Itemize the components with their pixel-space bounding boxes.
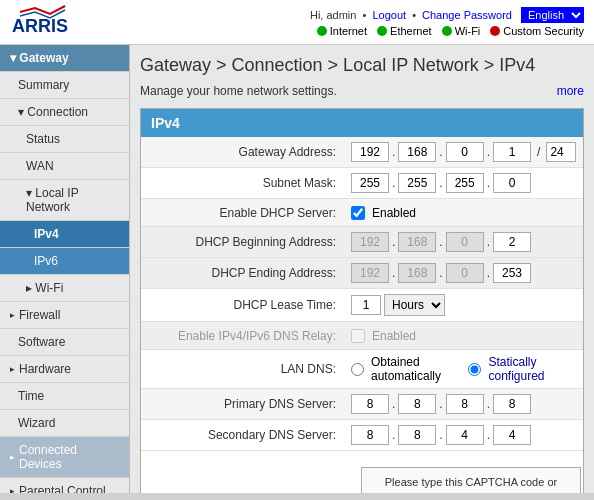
sidebar-item-connected-devices[interactable]: ▸ Connected Devices — [0, 437, 129, 478]
dns-relay-checkbox[interactable] — [351, 329, 365, 343]
sidebar-item-software[interactable]: Software — [0, 329, 129, 356]
captcha-text-line1: Please type this CAPTCHA code or — [370, 476, 572, 488]
description-bar: Manage your home network settings. more — [140, 84, 584, 98]
svg-text:ARRIS: ARRIS — [12, 16, 68, 36]
internet-status-icon — [317, 26, 327, 36]
status-bar: Internet Ethernet Wi-Fi Custom Security — [317, 25, 584, 37]
dhcp-server-label: Enable DHCP Server: — [151, 206, 351, 220]
more-link[interactable]: more — [557, 84, 584, 98]
sidebar-item-hardware[interactable]: ▸ Hardware — [0, 356, 129, 383]
lan-dns-auto-radio[interactable] — [351, 363, 364, 376]
sidebar-item-wan[interactable]: WAN — [0, 153, 129, 180]
primary-dns-b[interactable] — [398, 394, 436, 414]
top-header: ARRIS Hi, admin • Logout • Change Passwo… — [0, 0, 594, 45]
lan-dns-row: LAN DNS: Obtained automatically Statical… — [141, 350, 583, 389]
subnet-ip-a[interactable] — [351, 173, 389, 193]
dns-relay-value: Enabled — [351, 329, 573, 343]
dhcp-end-ip-c — [446, 263, 484, 283]
internet-status: Internet — [317, 25, 367, 37]
dhcp-begin-ip-d[interactable] — [493, 232, 531, 252]
subnet-ip-b[interactable] — [398, 173, 436, 193]
lan-dns-label: LAN DNS: — [151, 362, 351, 376]
primary-dns-value: . . . — [351, 394, 573, 414]
secondary-dns-b[interactable] — [398, 425, 436, 445]
sidebar-item-ipv6[interactable]: IPv6 — [0, 248, 129, 275]
lease-time-input[interactable] — [351, 295, 381, 315]
custom-security-status-icon — [490, 26, 500, 36]
gateway-ip-d[interactable] — [493, 142, 531, 162]
language-select[interactable]: English — [521, 7, 584, 23]
secondary-dns-value: . . . — [351, 425, 573, 445]
captcha-section: Please type this CAPTCHA code or click o… — [141, 451, 583, 493]
top-right-area: Hi, admin • Logout • Change Password Eng… — [310, 7, 584, 37]
dhcp-begin-ip-c — [446, 232, 484, 252]
secondary-dns-a[interactable] — [351, 425, 389, 445]
sidebar-item-wifi[interactable]: ▸ Wi-Fi — [0, 275, 129, 302]
custom-security-status: Custom Security — [490, 25, 584, 37]
dhcp-end-label: DHCP Ending Address: — [151, 266, 351, 280]
gateway-cidr[interactable] — [546, 142, 576, 162]
secondary-dns-d[interactable] — [493, 425, 531, 445]
dhcp-begin-ip-a — [351, 232, 389, 252]
dhcp-end-ip-d[interactable] — [493, 263, 531, 283]
sidebar-item-status[interactable]: Status — [0, 126, 129, 153]
dhcp-begin-value: . . . — [351, 232, 573, 252]
sidebar-item-gateway[interactable]: ▾ Gateway — [0, 45, 129, 72]
lan-dns-value: Obtained automatically Statically config… — [351, 355, 573, 383]
ipv4-panel: IPv4 Gateway Address: . . . / Subn — [140, 108, 584, 493]
gateway-ip-a[interactable] — [351, 142, 389, 162]
primary-dns-c[interactable] — [446, 394, 484, 414]
captcha-container: Please type this CAPTCHA code or click o… — [361, 467, 581, 493]
wifi-status-label: Wi-Fi — [455, 25, 481, 37]
primary-dns-d[interactable] — [493, 394, 531, 414]
dhcp-begin-label: DHCP Beginning Address: — [151, 235, 351, 249]
primary-dns-row: Primary DNS Server: . . . — [141, 389, 583, 420]
subnet-mask-label: Subnet Mask: — [151, 176, 351, 190]
lease-time-unit-select[interactable]: Hours — [384, 294, 445, 316]
dns-relay-row: Enable IPv4/IPv6 DNS Relay: Enabled — [141, 322, 583, 350]
gateway-ip-b[interactable] — [398, 142, 436, 162]
sidebar: ▾ Gateway Summary ▾ Connection Status WA… — [0, 45, 130, 493]
sidebar-item-connection[interactable]: ▾ Connection — [0, 99, 129, 126]
dhcp-server-value: Enabled — [351, 206, 573, 220]
main-content: Gateway > Connection > Local IP Network … — [130, 45, 594, 493]
dhcp-end-row: DHCP Ending Address: . . . — [141, 258, 583, 289]
ethernet-status-icon — [377, 26, 387, 36]
lan-dns-static-radio[interactable] — [468, 363, 481, 376]
sidebar-item-local-ip-network[interactable]: ▾ Local IP Network — [0, 180, 129, 221]
dhcp-begin-ip-b — [398, 232, 436, 252]
primary-dns-a[interactable] — [351, 394, 389, 414]
logout-link[interactable]: Logout — [372, 9, 406, 21]
sidebar-item-wizard[interactable]: Wizard — [0, 410, 129, 437]
gateway-address-label: Gateway Address: — [151, 145, 351, 159]
custom-security-status-label: Custom Security — [503, 25, 584, 37]
sidebar-item-firewall[interactable]: ▸ Firewall — [0, 302, 129, 329]
ethernet-status-label: Ethernet — [390, 25, 432, 37]
lease-time-label: DHCP Lease Time: — [151, 298, 351, 312]
secondary-dns-label: Secondary DNS Server: — [151, 428, 351, 442]
change-password-link[interactable]: Change Password — [422, 9, 512, 21]
gateway-address-value: . . . / — [351, 142, 576, 162]
gateway-ip-c[interactable] — [446, 142, 484, 162]
ipv4-panel-header: IPv4 — [141, 109, 583, 137]
sidebar-item-summary[interactable]: Summary — [0, 72, 129, 99]
sidebar-item-parental-control[interactable]: ▸ Parental Control — [0, 478, 129, 493]
subnet-ip-d[interactable] — [493, 173, 531, 193]
dhcp-server-checkbox[interactable] — [351, 206, 365, 220]
sidebar-item-ipv4[interactable]: IPv4 — [0, 221, 129, 248]
page-title: Gateway > Connection > Local IP Network … — [140, 55, 584, 76]
greeting-text: Hi, admin — [310, 9, 356, 21]
sidebar-item-time[interactable]: Time — [0, 383, 129, 410]
wifi-status-icon — [442, 26, 452, 36]
subnet-mask-value: . . . — [351, 173, 573, 193]
lan-dns-auto-label: Obtained automatically — [371, 355, 453, 383]
page-description: Manage your home network settings. — [140, 84, 337, 98]
dhcp-server-text: Enabled — [372, 206, 416, 220]
primary-dns-label: Primary DNS Server: — [151, 397, 351, 411]
secondary-dns-c[interactable] — [446, 425, 484, 445]
dns-relay-label: Enable IPv4/IPv6 DNS Relay: — [151, 329, 351, 343]
subnet-ip-c[interactable] — [446, 173, 484, 193]
subnet-mask-row: Subnet Mask: . . . — [141, 168, 583, 199]
wifi-status: Wi-Fi — [442, 25, 481, 37]
arris-logo-icon: ARRIS — [10, 4, 80, 40]
